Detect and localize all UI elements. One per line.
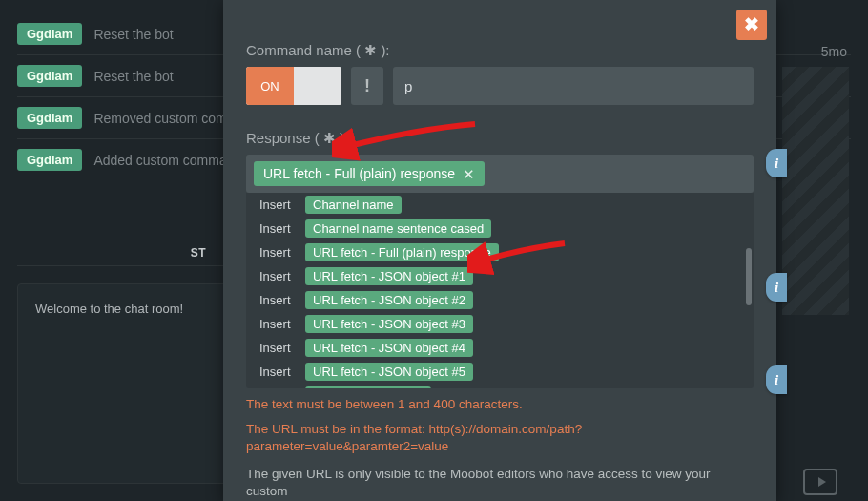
- insert-label: Insert: [259, 198, 298, 212]
- info-icon[interactable]: i: [766, 149, 787, 177]
- suggestion-chip: Channel name sentence cased: [305, 219, 491, 238]
- insert-label: Insert: [259, 293, 298, 307]
- suggestion-chip: Channel name: [305, 196, 402, 214]
- response-label: Response ( ✱ ):: [246, 130, 754, 147]
- user-chip[interactable]: Ggdiam: [17, 149, 82, 171]
- close-icon: ✖: [744, 14, 759, 34]
- log-text: Reset the bot: [93, 27, 173, 42]
- timestamp: 5mo: [821, 44, 847, 59]
- suggestion-chip: URL fetch - JSON object #4: [305, 339, 473, 357]
- response-tag-label: URL fetch - Full (plain) response: [263, 166, 455, 181]
- user-chip[interactable]: Ggdiam: [17, 107, 82, 129]
- suggestion-row[interactable]: Insert Channel name: [246, 193, 754, 217]
- insert-label: Insert: [259, 317, 298, 331]
- command-prefix: !: [351, 67, 383, 105]
- url-visibility-hint: The given URL is only visible to the Moo…: [246, 466, 754, 500]
- insert-label: Insert: [259, 245, 298, 260]
- info-icon[interactable]: i: [766, 273, 787, 302]
- error-text-length: The text must be between 1 and 400 chara…: [246, 396, 754, 413]
- scrollbar-thumb[interactable]: [746, 248, 752, 305]
- toggle-off-side: [294, 67, 341, 105]
- insert-label: Insert: [259, 221, 298, 236]
- response-input[interactable]: URL fetch - Full (plain) response ✕: [246, 155, 754, 193]
- video-icon[interactable]: [803, 469, 837, 495]
- enabled-toggle[interactable]: ON: [246, 67, 341, 105]
- chat-welcome-text: Welcome to the chat room!: [35, 302, 183, 316]
- insert-label: Insert: [259, 365, 298, 379]
- log-text: Reset the bot: [93, 69, 173, 84]
- user-chip[interactable]: Ggdiam: [17, 23, 82, 45]
- suggestion-chip: URL fetch - JSON object #2: [305, 291, 473, 309]
- suggestion-chip: Twitch - Current title: [305, 386, 431, 388]
- remove-tag-icon[interactable]: ✕: [463, 167, 475, 181]
- suggestion-row[interactable]: Insert Channel name sentence cased: [246, 217, 754, 240]
- insert-label: Insert: [259, 269, 298, 283]
- suggestion-chip: URL fetch - JSON object #3: [305, 315, 473, 333]
- log-text: Added custom comma: [93, 153, 226, 168]
- response-tag[interactable]: URL fetch - Full (plain) response ✕: [254, 161, 485, 186]
- suggestion-row[interactable]: Insert URL fetch - JSON object #5: [246, 360, 754, 384]
- command-name-label: Command name ( ✱ ):: [246, 42, 754, 59]
- suggestion-row[interactable]: Insert URL fetch - JSON object #4: [246, 336, 754, 360]
- suggestion-row[interactable]: Insert URL fetch - JSON object #1: [246, 264, 754, 288]
- command-editor-modal: ✖ Command name ( ✱ ): ON ! Response ( ✱ …: [223, 0, 776, 501]
- suggestion-chip: URL fetch - Full (plain) response: [305, 243, 499, 261]
- suggestion-row[interactable]: Insert URL fetch - Full (plain) response: [246, 240, 754, 264]
- suggestion-row[interactable]: Insert Twitch - Current title: [246, 384, 754, 388]
- suggestion-row[interactable]: Insert URL fetch - JSON object #3: [246, 312, 754, 336]
- suggestion-chip: URL fetch - JSON object #5: [305, 363, 473, 381]
- close-button[interactable]: ✖: [736, 10, 767, 40]
- user-chip[interactable]: Ggdiam: [17, 65, 82, 87]
- command-name-input[interactable]: [393, 67, 754, 105]
- suggestion-row[interactable]: Insert URL fetch - JSON object #2: [246, 288, 754, 312]
- error-url-format: The URL must be in the format: http(s):/…: [246, 421, 754, 455]
- suggestions-dropdown: Insert Channel name Insert Channel name …: [246, 193, 754, 388]
- log-text: Removed custom comm: [93, 111, 238, 126]
- insert-label: Insert: [259, 341, 298, 355]
- info-icon[interactable]: i: [766, 365, 787, 394]
- suggestion-chip: URL fetch - JSON object #1: [305, 267, 473, 285]
- toggle-on-label: ON: [246, 67, 294, 105]
- background-stripe: [782, 67, 849, 315]
